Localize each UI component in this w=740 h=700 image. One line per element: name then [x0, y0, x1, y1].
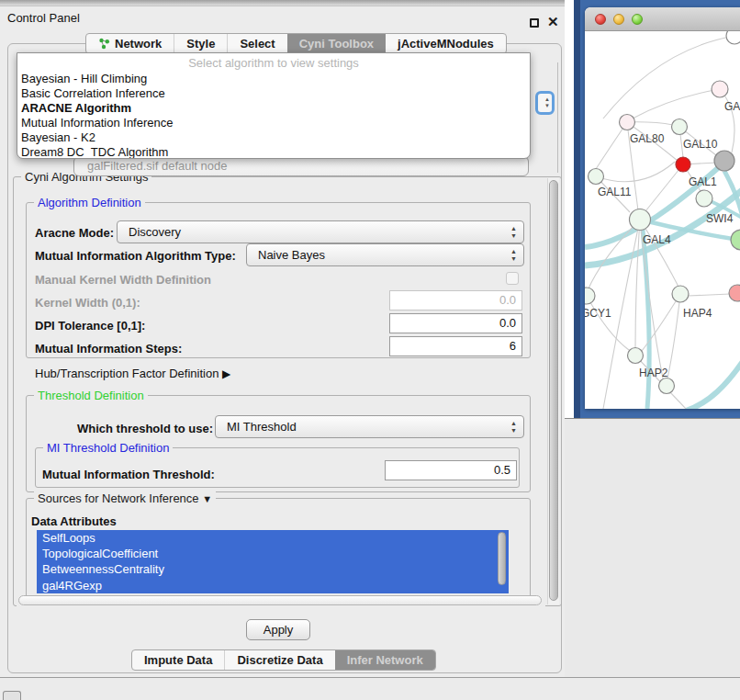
attribute-item[interactable]: SelfLoops	[37, 530, 509, 546]
node[interactable]	[714, 151, 734, 171]
node-label: GAL11	[598, 186, 632, 198]
mi-type-value: Naive Bayes	[258, 248, 325, 262]
panel-top-gradient	[0, 0, 569, 6]
attribute-item[interactable]: TopologicalCoefficient	[37, 546, 509, 561]
bottom-strip	[0, 678, 740, 700]
node-gal[interactable]	[712, 81, 728, 97]
node-label: GCY1	[585, 307, 611, 320]
close-traffic-light-icon[interactable]	[595, 14, 606, 25]
node-label: GAL10	[683, 138, 718, 151]
mi-steps-field[interactable]: 6	[389, 336, 522, 356]
node[interactable]	[659, 378, 675, 394]
network-window-titlebar[interactable]	[585, 7, 740, 31]
dropdown-option-aracne[interactable]: ARACNE Algorithm	[17, 101, 530, 116]
dpi-tolerance-label: DPI Tolerance [0,1]:	[35, 319, 145, 333]
node-label: GAL	[724, 100, 740, 113]
expander-right-icon: ▶	[222, 367, 230, 380]
focused-combo-fragment[interactable]: ▲▼	[535, 91, 555, 115]
node-gal80[interactable]	[620, 115, 635, 130]
network-view-window: GALGAL80GAL10GAL1GAL11SWI4GAL4GCY1HAP4YH…	[585, 7, 740, 409]
network-canvas[interactable]: GALGAL80GAL10GAL1GAL11SWI4GAL4GCY1HAP4YH…	[585, 31, 740, 409]
bottom-tab-bar: Impute Data Discretize Data Infer Networ…	[131, 649, 436, 671]
node-gcy1[interactable]	[585, 288, 595, 304]
kernel-width-field: 0.0	[389, 290, 522, 310]
dropdown-option[interactable]: Bayesian - K2	[17, 130, 530, 145]
expander-down-icon[interactable]: ▼	[202, 493, 212, 504]
dropdown-option[interactable]: Mutual Information Inference	[17, 116, 530, 130]
tab-label: jActiveMNodules	[398, 37, 494, 51]
mi-threshold-title: MI Threshold Definition	[43, 441, 173, 455]
tab-style[interactable]: Style	[174, 34, 227, 53]
tab-jactivemnodules[interactable]: jActiveMNodules	[386, 34, 506, 53]
network-icon	[98, 38, 110, 50]
apply-button[interactable]: Apply	[246, 619, 310, 640]
float-window-icon[interactable]	[530, 18, 539, 28]
node-swi4[interactable]	[696, 190, 712, 207]
tab-label: Impute Data	[144, 653, 212, 667]
attribute-item[interactable]: BetweennessCentrality	[37, 561, 509, 577]
node-label: GAL4	[643, 233, 671, 246]
tab-impute-data[interactable]: Impute Data	[132, 650, 224, 670]
screen: Control Panel ✕ Network Style Select Cyn…	[0, 0, 740, 700]
dpi-tolerance-field[interactable]: 0.0	[389, 313, 522, 333]
aracne-mode-combo[interactable]: Discovery ▲▼	[117, 220, 524, 243]
mi-threshold-label: Mutual Information Threshold:	[42, 468, 215, 481]
node[interactable]	[726, 31, 740, 44]
node[interactable]	[731, 230, 740, 250]
manual-kernel-checkbox[interactable]	[506, 272, 519, 285]
node-gal11[interactable]	[589, 169, 604, 185]
which-threshold-combo[interactable]: MI Threshold ▲▼	[215, 415, 524, 438]
combo-arrows-icon: ▲▼	[544, 96, 550, 109]
combo-arrows-icon: ▲▼	[510, 420, 517, 435]
aracne-mode-value: Discovery	[129, 225, 181, 239]
tab-label: Cyni Toolbox	[299, 37, 374, 51]
tab-label: Network	[115, 37, 162, 51]
combo-arrows-icon: ▲▼	[510, 248, 517, 263]
tab-infer-network[interactable]: Infer Network	[335, 650, 435, 670]
dropdown-option[interactable]: Bayesian - Hill Climbing	[17, 72, 530, 86]
control-panel-window: Control Panel ✕ Network Style Select Cyn…	[0, 0, 569, 677]
collapsed-panel-handle[interactable]	[3, 691, 21, 700]
node-hap2[interactable]	[628, 348, 644, 364]
node-gal1[interactable]	[676, 157, 690, 172]
dropdown-option[interactable]: Basic Correlation Inference	[17, 86, 530, 101]
hub-definition-label: Hub/Transcription Factor Definition	[35, 367, 219, 380]
control-panel-title: Control Panel	[7, 11, 80, 25]
control-panel-titlebar: Control Panel ✕	[0, 6, 569, 29]
node-label: HAP2	[639, 367, 668, 379]
node-gal4[interactable]	[630, 209, 651, 231]
tab-discretize-data[interactable]: Discretize Data	[224, 650, 334, 670]
zoom-traffic-light-icon[interactable]	[632, 14, 643, 25]
tab-label: Select	[240, 37, 275, 51]
manual-kernel-label: Manual Kernel Width Definition	[35, 273, 211, 287]
sources-title: Sources for Network Inference ▼	[34, 491, 216, 505]
data-attributes-list[interactable]: SelfLoopsTopologicalCoefficientBetweenne…	[37, 530, 509, 593]
settings-vertical-scrollbar[interactable]	[547, 178, 559, 604]
network-graph: GALGAL80GAL10GAL1GAL11SWI4GAL4GCY1HAP4YH…	[585, 31, 740, 409]
mi-type-label: Mutual Information Algorithm Type:	[35, 249, 236, 263]
node-gal10[interactable]	[672, 119, 688, 135]
mi-threshold-field[interactable]: 0.5	[385, 460, 517, 480]
tab-label: Infer Network	[347, 653, 423, 667]
close-icon[interactable]: ✕	[547, 14, 559, 30]
mi-steps-label: Mutual Information Steps:	[35, 342, 182, 356]
algorithm-dropdown-popup: Select algorithm to view settings Bayesi…	[17, 52, 531, 159]
attributes-list-scrollbar[interactable]	[498, 532, 506, 591]
hub-definition-expander[interactable]: Hub/Transcription Factor Definition ▶	[35, 367, 230, 380]
settings-horizontal-scrollbar[interactable]	[17, 595, 545, 606]
attribute-item[interactable]: gal4RGexp	[37, 578, 509, 593]
node-hap4[interactable]	[672, 286, 689, 302]
mi-type-combo[interactable]: Naive Bayes ▲▼	[246, 243, 524, 266]
threshold-definition-title: Threshold Definition	[34, 389, 148, 402]
tab-select[interactable]: Select	[227, 34, 286, 53]
dropdown-option[interactable]: Dream8 DC_TDC Algorithm	[17, 145, 530, 159]
which-threshold-value: MI Threshold	[227, 420, 297, 434]
hidden-groupbox-edge	[557, 62, 558, 173]
node-y[interactable]	[729, 285, 740, 301]
table-data-combo-fragment[interactable]: galFiltered.sif default node	[73, 156, 529, 176]
tab-network[interactable]: Network	[86, 34, 174, 53]
minimize-traffic-light-icon[interactable]	[613, 14, 624, 25]
tab-cyni-toolbox[interactable]: Cyni Toolbox	[287, 34, 386, 53]
node-label: GAL80	[630, 132, 665, 145]
tab-label: Style	[186, 37, 215, 51]
